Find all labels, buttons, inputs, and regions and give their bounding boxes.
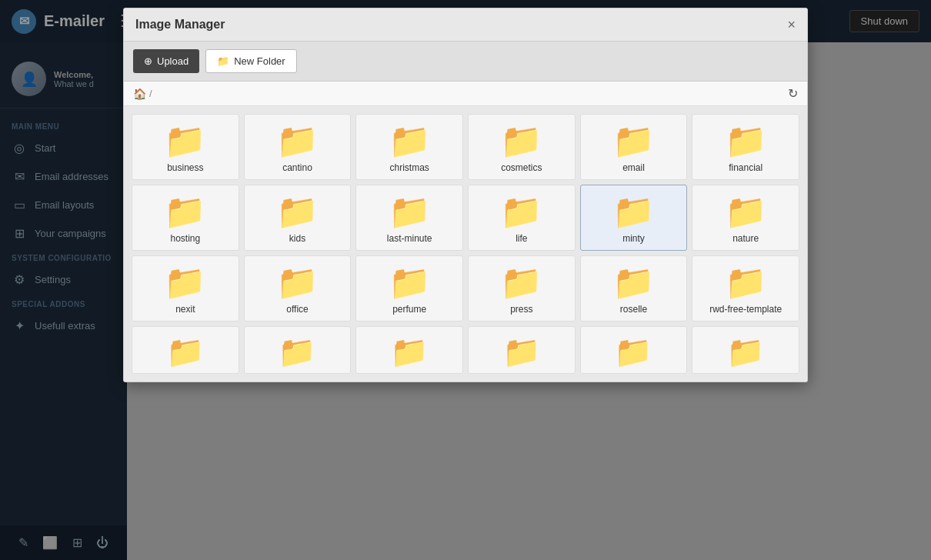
folder-grid-container: 📁 business 📁 cantino 📁 christmas 📁 cosme… [124, 106, 807, 382]
folder-item-last-minute[interactable]: 📁 last-minute [355, 185, 463, 251]
folder-item-roselle[interactable]: 📁 roselle [580, 255, 688, 322]
upload-button[interactable]: ⊕ Upload [133, 49, 199, 73]
folder-icon-empty: 📁 [614, 336, 652, 367]
folder-icon-business: 📁 [164, 124, 206, 158]
folder-icon-life: 📁 [500, 195, 542, 228]
folder-icon-perfume: 📁 [389, 265, 431, 299]
new-folder-button[interactable]: 📁 New Folder [205, 49, 296, 73]
folder-item-hosting[interactable]: 📁 hosting [132, 185, 239, 251]
folder-item-empty[interactable]: 📁 [244, 326, 352, 374]
folder-name-email: email [622, 162, 645, 173]
folder-icon-empty: 📁 [726, 336, 765, 367]
folder-icon-empty: 📁 [278, 336, 316, 367]
folder-icon-nexit: 📁 [164, 265, 206, 299]
folder-name-roselle: roselle [620, 304, 647, 315]
folder-name-life: life [516, 233, 527, 244]
folder-item-empty[interactable]: 📁 [355, 326, 463, 374]
folder-name-hosting: hosting [170, 233, 200, 244]
folder-grid: 📁 business 📁 cantino 📁 christmas 📁 cosme… [132, 114, 799, 374]
folder-item-empty[interactable]: 📁 [580, 326, 688, 374]
refresh-icon[interactable]: ↻ [788, 86, 798, 101]
folder-name-kids: kids [289, 233, 305, 244]
modal-title: Image Manager [135, 18, 225, 32]
folder-item-empty[interactable]: 📁 [468, 326, 576, 374]
modal-header: Image Manager × [124, 8, 807, 42]
new-folder-label: New Folder [234, 55, 285, 67]
folder-icon-empty: 📁 [502, 336, 541, 367]
folder-name-business: business [167, 162, 203, 173]
folder-icon-empty: 📁 [390, 336, 429, 367]
folder-icon-btn: 📁 [217, 55, 229, 67]
folder-item-cantino[interactable]: 📁 cantino [244, 114, 352, 180]
folder-item-financial[interactable]: 📁 financial [692, 114, 799, 180]
folder-icon-financial: 📁 [725, 124, 767, 158]
folder-item-perfume[interactable]: 📁 perfume [355, 255, 463, 322]
upload-icon: ⊕ [144, 55, 152, 67]
folder-icon-email: 📁 [612, 124, 655, 158]
folder-name-perfume: perfume [392, 304, 426, 315]
path-left: 🏠 / [133, 88, 152, 100]
folder-name-christmas: christmas [389, 162, 429, 173]
folder-item-kids[interactable]: 📁 kids [244, 185, 352, 251]
folder-icon-cantino: 📁 [276, 124, 319, 158]
path-bar: 🏠 / ↻ [124, 82, 807, 106]
folder-icon-cosmetics: 📁 [500, 124, 542, 158]
folder-item-christmas[interactable]: 📁 christmas [355, 114, 463, 180]
folder-icon-nature: 📁 [725, 195, 767, 228]
folder-item-empty[interactable]: 📁 [132, 326, 239, 374]
folder-item-business[interactable]: 📁 business [132, 114, 239, 180]
folder-name-minty: minty [622, 233, 645, 244]
folder-name-cantino: cantino [282, 162, 312, 173]
folder-name-cosmetics: cosmetics [501, 162, 542, 173]
folder-icon-press: 📁 [500, 265, 542, 299]
folder-name-nature: nature [732, 233, 759, 244]
folder-item-nexit[interactable]: 📁 nexit [132, 255, 239, 322]
folder-icon-office: 📁 [276, 265, 319, 299]
folder-name-rwd-free-template: rwd-free-template [709, 304, 782, 315]
folder-item-life[interactable]: 📁 life [468, 185, 576, 251]
folder-item-office[interactable]: 📁 office [244, 255, 352, 322]
modal-close-button[interactable]: × [787, 18, 796, 32]
folder-name-financial: financial [729, 162, 762, 173]
folder-name-press: press [510, 304, 532, 315]
folder-item-email[interactable]: 📁 email [580, 114, 688, 180]
folder-name-office: office [286, 304, 308, 315]
folder-icon-empty: 📁 [166, 336, 205, 367]
folder-item-minty[interactable]: 📁 minty [580, 185, 688, 251]
folder-item-nature[interactable]: 📁 nature [692, 185, 799, 251]
home-icon[interactable]: 🏠 [133, 88, 146, 100]
folder-item-empty[interactable]: 📁 [692, 326, 799, 374]
folder-icon-roselle: 📁 [612, 265, 655, 299]
folder-icon-hosting: 📁 [164, 195, 206, 228]
upload-label: Upload [157, 55, 189, 67]
folder-icon-christmas: 📁 [389, 124, 431, 158]
folder-icon-kids: 📁 [276, 195, 319, 228]
path-separator: / [149, 88, 152, 99]
image-manager-modal: Image Manager × ⊕ Upload 📁 New Folder 🏠 … [123, 8, 808, 382]
folder-icon-last-minute: 📁 [389, 195, 431, 228]
folder-item-cosmetics[interactable]: 📁 cosmetics [468, 114, 576, 180]
modal-toolbar: ⊕ Upload 📁 New Folder [124, 42, 807, 82]
folder-name-last-minute: last-minute [387, 233, 432, 244]
folder-icon-minty: 📁 [612, 195, 655, 228]
folder-name-nexit: nexit [175, 304, 195, 315]
folder-item-rwd-free-template[interactable]: 📁 rwd-free-template [692, 255, 799, 322]
folder-icon-rwd-free-template: 📁 [725, 265, 767, 299]
folder-item-press[interactable]: 📁 press [468, 255, 576, 322]
